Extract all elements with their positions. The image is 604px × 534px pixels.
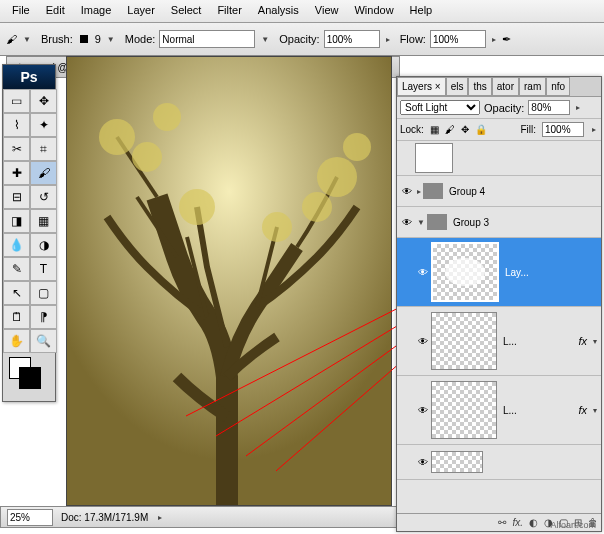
options-bar: 🖌 ▼ Brush: 9 ▼ Mode: ▼ Opacity: ▸ Flow: … [0, 23, 604, 56]
chevron-down-icon[interactable]: ▼ [415, 218, 427, 227]
marquee-tool-icon[interactable]: ▭ [3, 89, 30, 113]
lock-image-icon[interactable]: 🖌 [445, 124, 455, 135]
zoom-input[interactable] [7, 509, 53, 526]
gradient-tool-icon[interactable]: ▦ [30, 209, 57, 233]
visibility-icon[interactable]: 👁 [415, 267, 431, 278]
layer-row[interactable] [397, 141, 601, 176]
chevron-down-icon[interactable]: ▼ [21, 35, 33, 44]
type-tool-icon[interactable]: T [30, 257, 57, 281]
chevron-down-icon[interactable]: ▼ [259, 35, 271, 44]
history-brush-icon[interactable]: ↺ [30, 185, 57, 209]
lasso-tool-icon[interactable]: ⌇ [3, 113, 30, 137]
mask-icon[interactable]: ◐ [529, 517, 538, 528]
menu-filter[interactable]: Filter [209, 2, 249, 20]
flow-label: Flow: [400, 33, 426, 45]
wand-tool-icon[interactable]: ✦ [30, 113, 57, 137]
link-layers-icon[interactable]: ⚯ [498, 517, 506, 528]
visibility-icon[interactable]: 👁 [399, 186, 415, 197]
blur-tool-icon[interactable]: 💧 [3, 233, 30, 257]
chevron-right-icon[interactable]: ▸ [590, 125, 598, 134]
opacity-input[interactable] [324, 30, 380, 48]
tab-channels[interactable]: els [446, 77, 469, 96]
chevron-right-icon[interactable]: ▸ [415, 187, 423, 196]
menu-select[interactable]: Select [163, 2, 210, 20]
svg-point-7 [153, 103, 181, 131]
chevron-down-icon[interactable]: ▾ [591, 406, 599, 415]
folder-icon[interactable] [423, 183, 443, 199]
chevron-right-icon[interactable]: ▸ [156, 513, 164, 522]
hand-tool-icon[interactable]: ✋ [3, 329, 30, 353]
visibility-icon[interactable]: 👁 [399, 217, 415, 228]
visibility-icon[interactable]: 👁 [415, 405, 431, 416]
menu-edit[interactable]: Edit [38, 2, 73, 20]
menu-file[interactable]: File [4, 2, 38, 20]
layer-row[interactable]: 👁 ▸ Group 4 [397, 176, 601, 207]
eyedropper-tool-icon[interactable]: ⁋ [30, 305, 57, 329]
heal-tool-icon[interactable]: ✚ [3, 161, 30, 185]
menu-layer[interactable]: Layer [119, 2, 163, 20]
lock-transparency-icon[interactable]: ▦ [430, 124, 439, 135]
stamp-tool-icon[interactable]: ⊟ [3, 185, 30, 209]
flow-input[interactable] [430, 30, 486, 48]
fill-label: Fill: [520, 124, 536, 135]
layer-thumb[interactable] [431, 451, 483, 473]
shape-tool-icon[interactable]: ▢ [30, 281, 57, 305]
layer-row[interactable]: 👁 [397, 445, 601, 480]
tab-histogram[interactable]: ram [519, 77, 546, 96]
notes-tool-icon[interactable]: 🗒 [3, 305, 30, 329]
canvas[interactable] [66, 56, 392, 506]
pen-tool-icon[interactable]: ✎ [3, 257, 30, 281]
visibility-icon[interactable]: 👁 [415, 336, 431, 347]
brush-preview-icon[interactable] [80, 35, 88, 43]
layer-row[interactable]: 👁 ▼ Group 3 [397, 207, 601, 238]
path-tool-icon[interactable]: ↖ [3, 281, 30, 305]
folder-icon[interactable] [427, 214, 447, 230]
chevron-down-icon[interactable]: ▼ [105, 35, 117, 44]
move-tool-icon[interactable]: ✥ [30, 89, 57, 113]
svg-point-5 [179, 189, 215, 225]
visibility-icon[interactable]: 👁 [415, 457, 431, 468]
blend-mode-select[interactable]: Soft Light [400, 100, 480, 115]
layer-row[interactable]: 👁 L... fx ▾ [397, 307, 601, 376]
airbrush-icon[interactable]: ✒ [502, 33, 511, 46]
brush-tool-icon[interactable]: 🖌 [6, 33, 17, 45]
layer-thumb[interactable] [415, 143, 453, 173]
tab-info[interactable]: nfo [546, 77, 570, 96]
layer-row[interactable]: 👁 L... fx ▾ [397, 376, 601, 445]
tab-navigator[interactable]: ator [492, 77, 519, 96]
chevron-right-icon[interactable]: ▸ [574, 103, 582, 112]
tab-layers[interactable]: Layers × [397, 77, 446, 96]
fill-input[interactable] [542, 122, 584, 137]
opacity-arrow-icon[interactable]: ▸ [384, 35, 392, 44]
fx-badge[interactable]: fx [578, 335, 587, 347]
dodge-tool-icon[interactable]: ◑ [30, 233, 57, 257]
svg-point-3 [317, 157, 357, 197]
lock-all-icon[interactable]: 🔒 [475, 124, 487, 135]
layer-label: Lay... [505, 267, 599, 278]
crop-tool-icon[interactable]: ✂ [3, 137, 30, 161]
slice-tool-icon[interactable]: ⌗ [30, 137, 57, 161]
layer-thumb[interactable] [431, 381, 497, 439]
brush-tool-icon[interactable]: 🖌 [30, 161, 57, 185]
menu-analysis[interactable]: Analysis [250, 2, 307, 20]
zoom-tool-icon[interactable]: 🔍 [30, 329, 57, 353]
layer-label: Group 3 [453, 217, 599, 228]
background-color[interactable] [19, 367, 41, 389]
fx-icon[interactable]: fx. [512, 517, 523, 528]
mode-select[interactable] [159, 30, 255, 48]
lock-position-icon[interactable]: ✥ [461, 124, 469, 135]
menu-view[interactable]: View [307, 2, 347, 20]
eraser-tool-icon[interactable]: ◨ [3, 209, 30, 233]
layer-row-selected[interactable]: 👁 Lay... [397, 238, 601, 307]
chevron-down-icon[interactable]: ▾ [591, 337, 599, 346]
menu-window[interactable]: Window [346, 2, 401, 20]
menu-image[interactable]: Image [73, 2, 120, 20]
tab-paths[interactable]: ths [468, 77, 491, 96]
flow-arrow-icon[interactable]: ▸ [490, 35, 498, 44]
menu-help[interactable]: Help [402, 2, 441, 20]
layer-thumb[interactable] [431, 312, 497, 370]
color-swatch[interactable] [3, 353, 55, 401]
fx-badge[interactable]: fx [578, 404, 587, 416]
layer-thumb[interactable] [431, 242, 499, 302]
layer-opacity-input[interactable] [528, 100, 570, 115]
